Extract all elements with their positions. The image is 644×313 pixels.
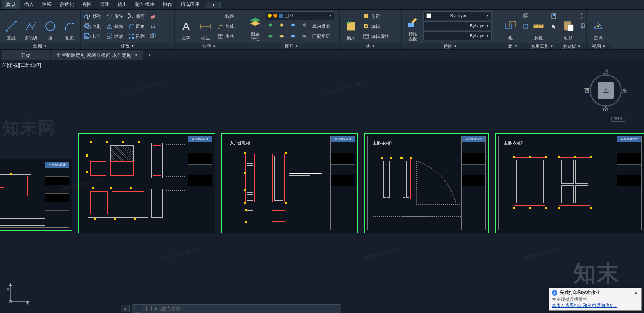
trim-button[interactable]: 修剪 <box>126 11 147 21</box>
drawing-sheet-1[interactable]: 全屋整装设计 <box>78 133 215 233</box>
circle-icon <box>44 18 57 34</box>
panel-modify-label: 修改 <box>121 43 130 49</box>
text-button[interactable]: A 文字 <box>177 11 195 42</box>
menu-tab-default[interactable]: 默认 <box>2 0 20 9</box>
menu-tab-express[interactable]: 精选应用 <box>176 0 204 9</box>
notification-close-button[interactable]: × <box>633 290 639 295</box>
layer-freeze-button[interactable] <box>288 21 298 31</box>
match-layer-button[interactable]: 匹配图层 <box>311 31 332 41</box>
menu-tab-output[interactable]: 输出 <box>114 0 131 9</box>
menu-tab-collab[interactable]: 协作 <box>159 0 176 9</box>
close-tab-button[interactable]: × <box>135 52 138 58</box>
svg-line-24 <box>151 27 152 28</box>
sheet-title: 入户处鞋柜 <box>230 140 250 146</box>
menu-tab-manage[interactable]: 管理 <box>96 0 114 9</box>
dimension-icon <box>199 18 212 34</box>
wcs-badge[interactable]: WCS <box>611 116 626 122</box>
fillet-button[interactable]: 圆角 <box>126 21 147 31</box>
scale-button[interactable]: 缩放 <box>105 31 125 41</box>
viewcube-south[interactable]: 南 <box>603 105 608 113</box>
move-button[interactable]: 移动 <box>83 11 103 21</box>
rotate-button[interactable]: 旋转 <box>105 11 125 21</box>
match-props-icon <box>407 14 419 31</box>
stretch-icon <box>85 33 91 39</box>
set-current-button[interactable]: 置为当前 <box>311 21 332 31</box>
move-icon <box>85 13 91 19</box>
offset-button[interactable] <box>148 31 158 41</box>
drawing-canvas[interactable]: [-][俯视][二维线框] 全屋整装设计 全屋整装设计 <box>0 60 644 313</box>
drawing-sheet-3[interactable]: 全屋整装设计 主卧·衣柜1 <box>364 133 489 233</box>
drawing-sheet-0[interactable]: 全屋整装设计 <box>0 159 72 231</box>
viewcube-west[interactable]: 西 <box>584 87 590 94</box>
viewcube-top[interactable]: 上 <box>598 82 614 99</box>
layer-dropdown[interactable]: 0 ▼ <box>266 11 334 20</box>
layer-off-button[interactable] <box>277 21 287 31</box>
drawing-sheet-2[interactable]: 全屋整装设计 入户处鞋柜 <box>221 133 358 233</box>
panel-modify: 移动 复制 拉伸 旋转 镜像 缩放 修剪 圆角 阵列 修改▼ <box>80 10 175 49</box>
edit-attr-button[interactable]: 编辑属性 <box>361 31 390 41</box>
notification-link[interactable]: 单击以查看打印和发布详细信息... <box>552 303 639 309</box>
linear-dim-button[interactable]: 线性 <box>216 11 236 21</box>
menu-tab-annotate[interactable]: 注释 <box>38 0 56 9</box>
viewcube-north[interactable]: 北 <box>603 68 608 76</box>
view-cube[interactable]: 上 北 南 东 西 <box>584 68 628 113</box>
linetype-dropdown[interactable]: ByLayer▼ <box>423 31 492 40</box>
group-button[interactable]: 组 <box>502 11 519 42</box>
menu-tab-insert[interactable]: 插入 <box>20 0 38 9</box>
explode-button[interactable] <box>148 21 158 31</box>
arc-button[interactable]: 圆弧 <box>61 11 78 42</box>
layer-sub-icon <box>267 33 274 39</box>
line-button[interactable]: 直线 <box>2 11 20 42</box>
viewport-label[interactable]: [-][俯视][二维线框] <box>2 62 41 69</box>
stretch-button[interactable]: 拉伸 <box>83 31 103 41</box>
offset-icon <box>150 33 156 39</box>
viewcube-east[interactable]: 东 <box>622 87 627 94</box>
copy-button[interactable]: 复制 <box>83 21 103 31</box>
panel-view: 基点 视图▼ <box>587 10 611 49</box>
menu-tab-view[interactable]: 视图 <box>78 0 96 9</box>
layer-lock-button[interactable] <box>299 21 309 31</box>
svg-rect-43 <box>510 21 515 27</box>
layer-name: 0 <box>290 13 293 18</box>
layer-iso-button[interactable] <box>266 21 275 31</box>
measure-button[interactable]: 测量 <box>530 11 547 42</box>
match-props-button[interactable]: 特性匹配 <box>404 11 422 42</box>
new-tab-button[interactable]: + <box>144 50 155 60</box>
circle-button[interactable]: 圆 <box>41 11 59 42</box>
color-dropdown[interactable]: ByLayer▼ <box>423 11 492 20</box>
erase-button[interactable] <box>148 11 158 21</box>
linear-icon <box>217 13 224 19</box>
cmdline-expand[interactable]: ▲ <box>121 305 130 312</box>
dimension-button[interactable]: 标注 <box>196 11 214 42</box>
edit-block-button[interactable]: 编辑 <box>361 21 390 31</box>
panel-annotation: A 文字 标注 线性 引线 表格 注释▼ <box>175 10 244 49</box>
layer-props-button[interactable]: 图层特性 <box>246 11 264 42</box>
layer-thaw-button[interactable] <box>277 31 287 41</box>
svg-rect-57 <box>568 25 573 31</box>
array-button[interactable]: 阵列 <box>126 31 147 41</box>
lineweight-dropdown[interactable]: ByLayer▼ <box>423 21 492 30</box>
watermark-url: www.znzmo.com <box>362 244 405 262</box>
text-icon: A <box>180 18 192 34</box>
file-tab-document[interactable]: 全屋整装定制 家装样板间 木作定制× <box>51 50 143 60</box>
create-block-button[interactable]: 创建 <box>361 11 390 21</box>
polyline-button[interactable]: 多段线 <box>22 11 40 42</box>
paste-button[interactable]: 粘贴 <box>559 11 577 42</box>
layer-on-button[interactable] <box>266 31 275 41</box>
mirror-button[interactable]: 镜像 <box>105 21 125 31</box>
drawing-sheet-4[interactable]: 全屋整装设计 主卧·衣柜2 <box>495 133 644 233</box>
cmdline-handle[interactable] <box>136 305 141 313</box>
menu-dropdown-more[interactable]: ▾ <box>206 2 221 8</box>
menu-tab-parametric[interactable]: 参数化 <box>56 0 78 9</box>
leader-button[interactable]: 引线 <box>216 21 236 31</box>
basepoint-button[interactable]: 基点 <box>589 11 607 42</box>
menu-tab-addins[interactable]: 附加模块 <box>131 0 159 9</box>
file-tab-start[interactable]: 开始 <box>2 50 50 60</box>
layer-prev-button[interactable] <box>299 31 309 41</box>
command-input[interactable]: ▸ 键入命令 <box>132 304 341 313</box>
table-button[interactable]: 表格 <box>216 31 236 41</box>
layer-unlock-button[interactable] <box>288 31 298 41</box>
group-icon <box>504 18 517 34</box>
insert-block-button[interactable]: 插入 <box>342 11 360 42</box>
array-icon <box>128 33 134 39</box>
